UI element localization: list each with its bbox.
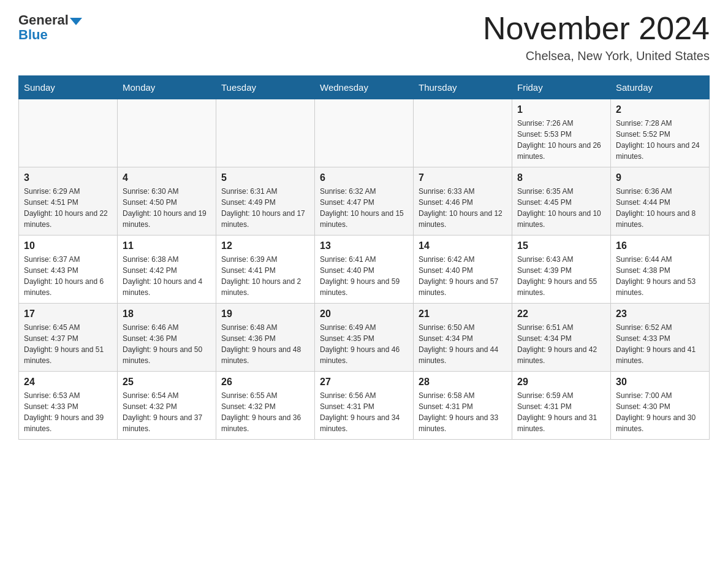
calendar-cell: 6Sunrise: 6:32 AMSunset: 4:47 PMDaylight… [315, 167, 414, 236]
month-title: November 2024 [483, 12, 710, 44]
day-number: 2 [616, 104, 704, 115]
day-number: 1 [517, 104, 605, 115]
day-info: Sunrise: 6:42 AMSunset: 4:40 PMDaylight:… [419, 254, 507, 298]
calendar-cell: 29Sunrise: 6:59 AMSunset: 4:31 PMDayligh… [512, 372, 611, 440]
calendar-cell [19, 99, 118, 167]
day-number: 18 [123, 308, 211, 320]
calendar-cell: 9Sunrise: 6:36 AMSunset: 4:44 PMDaylight… [611, 167, 710, 236]
calendar-cell: 18Sunrise: 6:46 AMSunset: 4:36 PMDayligh… [118, 304, 216, 372]
day-info: Sunrise: 6:31 AMSunset: 4:49 PMDaylight:… [221, 186, 309, 230]
day-number: 12 [221, 240, 309, 251]
day-number: 22 [517, 308, 605, 320]
day-info: Sunrise: 7:26 AMSunset: 5:53 PMDaylight:… [517, 118, 605, 162]
calendar-cell [414, 99, 512, 167]
day-number: 9 [616, 172, 704, 183]
day-number: 20 [320, 308, 408, 320]
day-info: Sunrise: 6:46 AMSunset: 4:36 PMDaylight:… [123, 322, 211, 366]
day-info: Sunrise: 6:29 AMSunset: 4:51 PMDaylight:… [24, 186, 112, 230]
day-number: 16 [616, 240, 704, 251]
col-header-wednesday: Wednesday [315, 76, 414, 99]
calendar-week-row: 24Sunrise: 6:53 AMSunset: 4:33 PMDayligh… [19, 372, 710, 440]
logo-general-text: General [18, 12, 69, 28]
calendar-cell: 12Sunrise: 6:39 AMSunset: 4:41 PMDayligh… [216, 236, 315, 304]
calendar-cell: 19Sunrise: 6:48 AMSunset: 4:36 PMDayligh… [216, 304, 315, 372]
col-header-monday: Monday [118, 76, 216, 99]
day-number: 27 [320, 377, 408, 388]
calendar-week-row: 1Sunrise: 7:26 AMSunset: 5:53 PMDaylight… [19, 99, 710, 167]
day-number: 17 [24, 308, 112, 320]
calendar-cell: 25Sunrise: 6:54 AMSunset: 4:32 PMDayligh… [118, 372, 216, 440]
calendar-header-row: SundayMondayTuesdayWednesdayThursdayFrid… [19, 76, 710, 99]
day-info: Sunrise: 6:30 AMSunset: 4:50 PMDaylight:… [123, 186, 211, 230]
calendar-cell: 28Sunrise: 6:58 AMSunset: 4:31 PMDayligh… [414, 372, 512, 440]
calendar-cell: 21Sunrise: 6:50 AMSunset: 4:34 PMDayligh… [414, 304, 512, 372]
calendar-cell: 10Sunrise: 6:37 AMSunset: 4:43 PMDayligh… [19, 236, 118, 304]
day-info: Sunrise: 6:53 AMSunset: 4:33 PMDaylight:… [24, 390, 112, 434]
day-number: 25 [123, 377, 211, 388]
day-number: 3 [24, 172, 112, 183]
calendar-cell: 27Sunrise: 6:56 AMSunset: 4:31 PMDayligh… [315, 372, 414, 440]
day-info: Sunrise: 6:50 AMSunset: 4:34 PMDaylight:… [419, 322, 507, 366]
day-info: Sunrise: 6:59 AMSunset: 4:31 PMDaylight:… [517, 390, 605, 434]
location-subtitle: Chelsea, New York, United States [483, 49, 710, 63]
day-number: 13 [320, 240, 408, 251]
day-info: Sunrise: 6:51 AMSunset: 4:34 PMDaylight:… [517, 322, 605, 366]
calendar-cell: 11Sunrise: 6:38 AMSunset: 4:42 PMDayligh… [118, 236, 216, 304]
day-info: Sunrise: 6:49 AMSunset: 4:35 PMDaylight:… [320, 322, 408, 366]
calendar-cell: 1Sunrise: 7:26 AMSunset: 5:53 PMDaylight… [512, 99, 611, 167]
calendar-cell: 22Sunrise: 6:51 AMSunset: 4:34 PMDayligh… [512, 304, 611, 372]
calendar-cell: 5Sunrise: 6:31 AMSunset: 4:49 PMDaylight… [216, 167, 315, 236]
day-info: Sunrise: 6:44 AMSunset: 4:38 PMDaylight:… [616, 254, 704, 298]
day-number: 15 [517, 240, 605, 251]
calendar-week-row: 3Sunrise: 6:29 AMSunset: 4:51 PMDaylight… [19, 167, 710, 236]
calendar-cell [118, 99, 216, 167]
calendar-cell: 26Sunrise: 6:55 AMSunset: 4:32 PMDayligh… [216, 372, 315, 440]
calendar-cell: 2Sunrise: 7:28 AMSunset: 5:52 PMDaylight… [611, 99, 710, 167]
day-info: Sunrise: 6:32 AMSunset: 4:47 PMDaylight:… [320, 186, 408, 230]
day-info: Sunrise: 6:52 AMSunset: 4:33 PMDaylight:… [616, 322, 704, 366]
day-info: Sunrise: 7:28 AMSunset: 5:52 PMDaylight:… [616, 118, 704, 162]
calendar-week-row: 17Sunrise: 6:45 AMSunset: 4:37 PMDayligh… [19, 304, 710, 372]
day-info: Sunrise: 6:41 AMSunset: 4:40 PMDaylight:… [320, 254, 408, 298]
calendar-cell [216, 99, 315, 167]
day-info: Sunrise: 7:00 AMSunset: 4:30 PMDaylight:… [616, 390, 704, 434]
calendar-cell: 30Sunrise: 7:00 AMSunset: 4:30 PMDayligh… [611, 372, 710, 440]
col-header-tuesday: Tuesday [216, 76, 315, 99]
calendar-cell: 20Sunrise: 6:49 AMSunset: 4:35 PMDayligh… [315, 304, 414, 372]
day-number: 10 [24, 240, 112, 251]
logo[interactable]: General Blue [18, 12, 82, 43]
col-header-thursday: Thursday [414, 76, 512, 99]
day-info: Sunrise: 6:58 AMSunset: 4:31 PMDaylight:… [419, 390, 507, 434]
calendar-cell [315, 99, 414, 167]
calendar-cell: 14Sunrise: 6:42 AMSunset: 4:40 PMDayligh… [414, 236, 512, 304]
day-info: Sunrise: 6:43 AMSunset: 4:39 PMDaylight:… [517, 254, 605, 298]
day-number: 4 [123, 172, 211, 183]
calendar-cell: 4Sunrise: 6:30 AMSunset: 4:50 PMDaylight… [118, 167, 216, 236]
calendar-cell: 17Sunrise: 6:45 AMSunset: 4:37 PMDayligh… [19, 304, 118, 372]
day-number: 23 [616, 308, 704, 320]
logo-blue-text: Blue [18, 27, 48, 43]
calendar-cell: 16Sunrise: 6:44 AMSunset: 4:38 PMDayligh… [611, 236, 710, 304]
day-info: Sunrise: 6:55 AMSunset: 4:32 PMDaylight:… [221, 390, 309, 434]
day-number: 29 [517, 377, 605, 388]
day-number: 14 [419, 240, 507, 251]
day-number: 26 [221, 377, 309, 388]
day-info: Sunrise: 6:33 AMSunset: 4:46 PMDaylight:… [419, 186, 507, 230]
day-number: 30 [616, 377, 704, 388]
day-info: Sunrise: 6:45 AMSunset: 4:37 PMDaylight:… [24, 322, 112, 366]
col-header-saturday: Saturday [611, 76, 710, 99]
calendar-week-row: 10Sunrise: 6:37 AMSunset: 4:43 PMDayligh… [19, 236, 710, 304]
page-header: General Blue November 2024 Chelsea, New … [18, 12, 710, 63]
day-number: 7 [419, 172, 507, 183]
calendar-cell: 13Sunrise: 6:41 AMSunset: 4:40 PMDayligh… [315, 236, 414, 304]
day-info: Sunrise: 6:39 AMSunset: 4:41 PMDaylight:… [221, 254, 309, 298]
day-number: 8 [517, 172, 605, 183]
day-info: Sunrise: 6:54 AMSunset: 4:32 PMDaylight:… [123, 390, 211, 434]
calendar-cell: 15Sunrise: 6:43 AMSunset: 4:39 PMDayligh… [512, 236, 611, 304]
calendar-cell: 8Sunrise: 6:35 AMSunset: 4:45 PMDaylight… [512, 167, 611, 236]
day-number: 11 [123, 240, 211, 251]
day-number: 21 [419, 308, 507, 320]
day-info: Sunrise: 6:48 AMSunset: 4:36 PMDaylight:… [221, 322, 309, 366]
day-number: 24 [24, 377, 112, 388]
day-number: 19 [221, 308, 309, 320]
